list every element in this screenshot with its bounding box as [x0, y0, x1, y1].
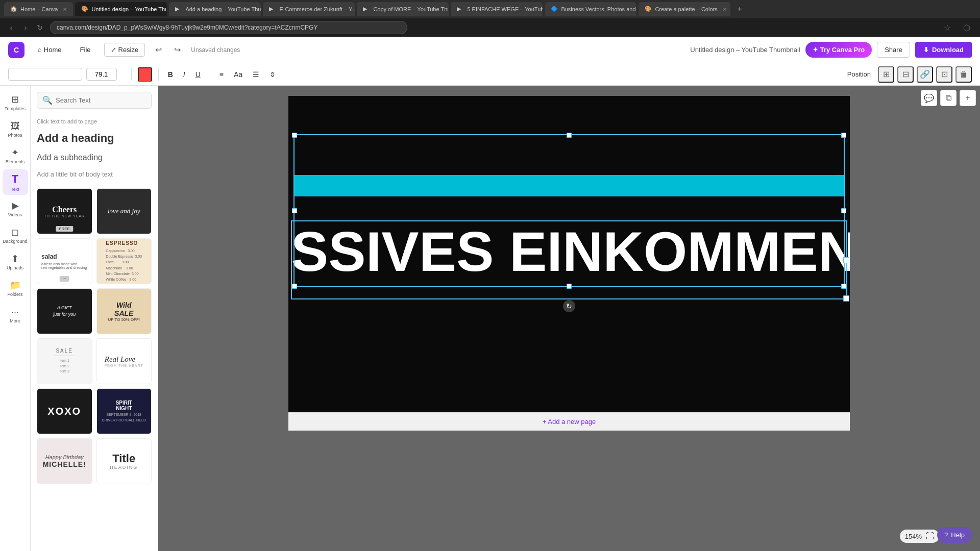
template-real-love[interactable]: Real Love FROM THE HEART: [96, 338, 152, 384]
toolbar-right: Position ⊞ ⊟ 🔗 ⊡ 🗑: [843, 66, 972, 83]
resize-button[interactable]: ⤢ Resize: [104, 43, 145, 57]
template-love-joy[interactable]: love and joy: [96, 188, 152, 234]
tab-home[interactable]: 🏠 Home – Canva ✕: [4, 2, 73, 16]
canvas-area[interactable]: 💬 ⧉ + SSIVES EINKOMMEN: [158, 86, 980, 551]
spacing-button[interactable]: ⇕: [266, 68, 279, 81]
folders-icon: 📁: [10, 280, 21, 291]
help-button[interactable]: ? Help: [937, 527, 972, 543]
back-button[interactable]: ‹: [5, 21, 17, 34]
template-xoxo[interactable]: XOXO: [37, 388, 92, 434]
template-salad[interactable]: salad a fresh dish made withraw vegetabl…: [37, 238, 92, 284]
add-subheading-option[interactable]: Add a subheading: [31, 149, 158, 166]
sidebar-item-uploads[interactable]: ⬆ Uploads: [3, 249, 28, 274]
search-input[interactable]: [56, 96, 146, 104]
canvas-wrapper: SSIVES EINKOMMEN: [288, 96, 850, 431]
align-button[interactable]: ≡: [216, 68, 227, 81]
tab-untitled-design[interactable]: 🎨 Untitled design – YouTube Thu… ✕: [75, 2, 167, 16]
tab-palette[interactable]: 🎨 Create a palette – Colors ✕: [639, 2, 730, 16]
add-element-icon[interactable]: +: [960, 90, 976, 106]
sidebar-item-folders[interactable]: 📁 Folders: [3, 276, 28, 301]
tab-business[interactable]: 🔷 Business Vectors, Photos and… ✕: [545, 2, 636, 16]
template-wild-sale[interactable]: WildSALE UP TO 50% OFF!: [96, 288, 152, 334]
try-pro-button[interactable]: ✦ Try Canva Pro: [805, 42, 872, 58]
new-tab-button[interactable]: +: [732, 2, 747, 16]
sidebar-item-videos[interactable]: ▶ Videos: [3, 196, 28, 221]
handle-mid-left[interactable]: [292, 208, 297, 213]
handle-top-center[interactable]: [567, 133, 572, 138]
background-label: Background: [3, 239, 27, 244]
sidebar-item-more[interactable]: ··· More: [3, 302, 28, 328]
text-handle-bot-right[interactable]: [843, 295, 849, 302]
bold-button[interactable]: B: [165, 68, 176, 81]
font-family-selector[interactable]: Open Sans Extra … ▾: [8, 68, 82, 81]
rotate-icon[interactable]: ↻: [563, 300, 575, 312]
url-input[interactable]: [50, 21, 407, 34]
handle-top-left[interactable]: [292, 133, 297, 138]
template-espresso[interactable]: ESPRESSO Cappuccino 3.00 Double Espresso…: [96, 238, 152, 284]
sidebar-item-text[interactable]: T Text: [3, 169, 28, 195]
trash-icon[interactable]: 🗑: [955, 66, 972, 83]
handle-top-right[interactable]: [841, 133, 846, 138]
canvas-page[interactable]: SSIVES EINKOMMEN: [288, 96, 850, 412]
tab-5wege[interactable]: ▶ 5 EINFACHE WEGE – YouTube… ✕: [451, 2, 543, 16]
tab-copy-more[interactable]: ▶ Copy of MORE – YouTube Thu… ✕: [357, 2, 449, 16]
template-spirit-night[interactable]: SPIRITNIGHT SEPTEMBER 8, 2018DRIVER FOOT…: [96, 388, 152, 434]
love-joy-text: love and joy: [108, 207, 140, 215]
undo-button[interactable]: ↩: [153, 43, 164, 57]
template-happy-birthday[interactable]: Happy Birthday MICHELLE!: [37, 438, 92, 484]
redo-button[interactable]: ↪: [172, 43, 183, 57]
font-size-input[interactable]: [86, 68, 117, 81]
home-button[interactable]: ⌂ Home: [33, 43, 67, 57]
sidebar-item-background[interactable]: ◻ Background: [3, 222, 28, 248]
link-icon[interactable]: 🔗: [917, 66, 933, 83]
comment-icon[interactable]: 💬: [921, 90, 937, 106]
canva-logo[interactable]: C: [8, 42, 24, 58]
forward-button[interactable]: ›: [19, 21, 32, 34]
left-panel: ⊞ Templates 🖼 Photos ✦ Elements T Text ▶…: [0, 86, 31, 551]
add-body-option[interactable]: Add a little bit of body text: [31, 166, 158, 182]
copy-style-icon[interactable]: ⊡: [936, 66, 952, 83]
extensions-icon[interactable]: ⬡: [959, 19, 975, 36]
sale-divider: [54, 356, 75, 356]
italic-button[interactable]: I: [180, 68, 188, 81]
fullscreen-button[interactable]: ⛶: [926, 532, 934, 541]
file-button[interactable]: File: [75, 43, 96, 57]
download-button[interactable]: ⬇ Download: [915, 42, 972, 58]
template-gift[interactable]: A GIFTjust for you: [37, 288, 92, 334]
duplicate-icon[interactable]: ⧉: [940, 90, 957, 106]
template-cheers[interactable]: Cheers TO THE NEW YEAR FREE: [37, 188, 92, 234]
add-page-button[interactable]: + Add a new page: [543, 418, 596, 425]
tab-add-heading[interactable]: ▶ Add a heading – YouTube Thu… ✕: [169, 2, 261, 16]
canvas-main-text[interactable]: SSIVES EINKOMMEN: [291, 223, 847, 280]
tab-ecommerce[interactable]: ▶ E-Commerce der Zukunft – Y… ✕: [263, 2, 355, 16]
font-family-value: Open Sans Extra …: [13, 70, 72, 78]
add-heading-option[interactable]: Add a heading: [31, 128, 158, 149]
grid-icon[interactable]: ⊞: [878, 66, 894, 83]
handle-mid-right[interactable]: [841, 208, 846, 213]
handle-bot-right[interactable]: [841, 284, 846, 289]
sidebar-item-elements[interactable]: ✦ Elements: [3, 143, 28, 168]
text-case-button[interactable]: Aa: [231, 68, 246, 81]
browser-tabs-bar: 🏠 Home – Canva ✕ 🎨 Untitled design – You…: [0, 0, 980, 18]
tab-palette-close[interactable]: ✕: [723, 7, 727, 12]
handle-bot-center[interactable]: [567, 284, 572, 289]
crop-icon[interactable]: ⊟: [897, 66, 914, 83]
salad-text: salad: [41, 253, 88, 260]
star-icon[interactable]: ☆: [939, 19, 955, 36]
tab-home-close[interactable]: ✕: [63, 7, 67, 12]
refresh-button[interactable]: ↻: [34, 21, 46, 34]
download-label: Download: [932, 46, 964, 54]
underline-button[interactable]: U: [192, 68, 204, 81]
template-sale[interactable]: SALE item 1item 2item 3: [37, 338, 92, 384]
template-title-heading[interactable]: Title HEADING: [96, 438, 152, 484]
sidebar-item-templates[interactable]: ⊞ Templates: [3, 90, 28, 115]
share-button[interactable]: Share: [877, 42, 910, 58]
list-button[interactable]: ☰: [250, 68, 262, 81]
font-color-button[interactable]: [138, 67, 152, 82]
videos-icon: ▶: [12, 200, 19, 211]
free-badge: FREE: [56, 226, 73, 232]
handle-bot-left[interactable]: [292, 284, 297, 289]
canva-logo-icon: C: [8, 42, 24, 58]
sidebar-item-photos[interactable]: 🖼 Photos: [3, 116, 28, 142]
position-button[interactable]: Position: [843, 68, 875, 80]
